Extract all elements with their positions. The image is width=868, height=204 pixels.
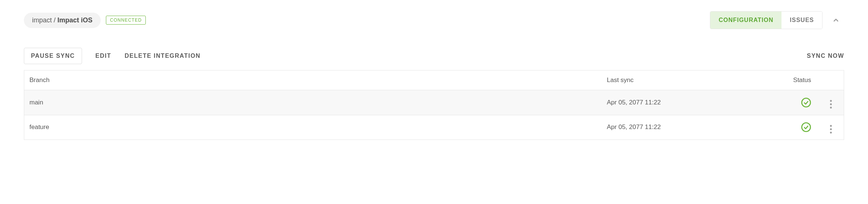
action-row: PAUSE SYNC EDIT DELETE INTEGRATION SYNC …: [24, 48, 844, 64]
cell-actions: [818, 115, 844, 140]
col-header-branch: Branch: [24, 70, 602, 90]
cell-last-sync: Apr 05, 2077 11:22: [602, 115, 710, 140]
cell-branch: main: [24, 90, 602, 115]
header-right: CONFIGURATION ISSUES: [710, 11, 844, 29]
row-menu-button[interactable]: [826, 100, 835, 109]
action-left: PAUSE SYNC EDIT DELETE INTEGRATION: [24, 48, 201, 64]
branches-table: Branch Last sync Status main Apr 05, 207…: [24, 70, 844, 140]
table-header-row: Branch Last sync Status: [24, 70, 844, 90]
collapse-button[interactable]: [828, 12, 844, 28]
check-circle-icon: [801, 122, 811, 132]
kebab-dot-icon: [830, 128, 832, 130]
breadcrumb[interactable]: impact / Impact iOS: [24, 13, 101, 28]
tab-group: CONFIGURATION ISSUES: [710, 11, 823, 29]
kebab-dot-icon: [830, 100, 832, 102]
sync-now-button[interactable]: SYNC NOW: [807, 53, 844, 59]
col-header-last-sync: Last sync: [602, 70, 710, 90]
check-circle-icon: [801, 97, 811, 108]
svg-point-0: [802, 98, 810, 107]
cell-last-sync: Apr 05, 2077 11:22: [602, 90, 710, 115]
cell-status: [710, 115, 818, 140]
header-row: impact / Impact iOS CONNECTED CONFIGURAT…: [24, 11, 844, 29]
svg-point-1: [802, 123, 810, 132]
table-row: feature Apr 05, 2077 11:22: [24, 115, 844, 140]
status-badge: CONNECTED: [106, 16, 146, 25]
kebab-dot-icon: [830, 103, 832, 105]
header-left: impact / Impact iOS CONNECTED: [24, 13, 146, 28]
col-header-actions: [818, 70, 844, 90]
cell-branch: feature: [24, 115, 602, 140]
kebab-dot-icon: [830, 107, 832, 109]
kebab-dot-icon: [830, 132, 832, 134]
table-row: main Apr 05, 2077 11:22: [24, 90, 844, 115]
breadcrumb-separator: /: [52, 16, 57, 24]
edit-button[interactable]: EDIT: [95, 48, 111, 64]
cell-actions: [818, 90, 844, 115]
cell-status: [710, 90, 818, 115]
col-header-status: Status: [710, 70, 818, 90]
breadcrumb-parent: impact: [32, 16, 52, 24]
delete-integration-button[interactable]: DELETE INTEGRATION: [125, 48, 201, 64]
kebab-dot-icon: [830, 125, 832, 127]
tab-issues[interactable]: ISSUES: [781, 12, 822, 29]
chevron-up-icon: [832, 16, 840, 24]
pause-sync-button[interactable]: PAUSE SYNC: [24, 48, 82, 64]
row-menu-button[interactable]: [826, 125, 835, 134]
breadcrumb-current: Impact iOS: [57, 16, 92, 24]
tab-configuration[interactable]: CONFIGURATION: [710, 12, 781, 29]
